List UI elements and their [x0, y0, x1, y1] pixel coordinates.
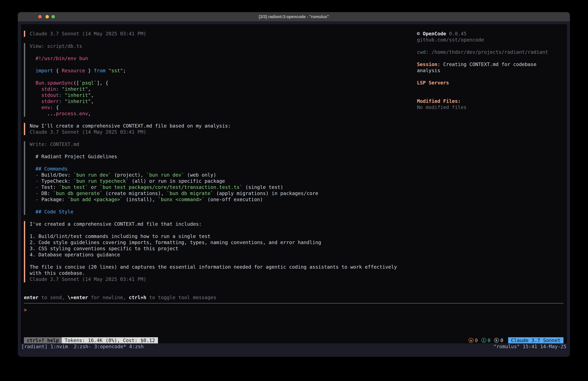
text-line: [417, 92, 567, 98]
text-line: - DB: `bun db generate` (create migratio…: [30, 190, 563, 197]
text-line: Modified Files:: [417, 98, 567, 104]
text-line: - Package: `bun add <package>` (install)…: [30, 197, 563, 202]
help-badge[interactable]: ctrl+? help: [24, 337, 62, 343]
text-line: No modified files: [417, 104, 567, 111]
prompt-icon: >: [24, 307, 27, 313]
text-line: with this codebase.: [30, 270, 563, 276]
text-line: [30, 160, 563, 166]
text-line: [417, 74, 567, 80]
info-icon: i: [481, 338, 486, 343]
text-line: The file is concise (20 lines) and captu…: [30, 264, 563, 270]
text-line: [417, 43, 567, 49]
text-line: I've created a comprehensive CONTEXT.md …: [30, 221, 563, 227]
keybinding-hint: enter to send, \+enter for newline, ctrl…: [24, 294, 216, 301]
model-badge[interactable]: Claude 3.7 Sonnet: [508, 337, 564, 343]
text-line: [417, 86, 567, 92]
tmux-windows-list[interactable]: [radiant] 1:nvim 2:zsh- 3:opencode* 4:zs…: [21, 344, 144, 349]
sidebar: © OpenCode 0.0.45github.com/sst/opencode…: [417, 31, 567, 111]
status-bar: ctrl+? help Tokens: 16.4K (8%), Cost: $0…: [24, 337, 564, 343]
text-line: Write: CONTEXT.md: [30, 141, 563, 147]
info-count: 0: [488, 337, 491, 343]
text-line: # Radiant Project Guidelines: [30, 154, 563, 160]
text-line: ## Commands: [30, 166, 563, 172]
text-line: - Test: `bun test` or `bun test packages…: [30, 184, 563, 190]
text-line: github.com/sst/opencode: [417, 37, 567, 43]
text-line: LSP Servers: [417, 80, 567, 86]
text-line: - TypeCheck: `bun run typecheck` (all) o…: [30, 178, 563, 184]
text-line: 2. Code style guidelines covering import…: [30, 239, 563, 246]
hint-icon: h: [494, 338, 499, 343]
text-line: - Build/Dev: `bun run dev` (project), `b…: [30, 172, 563, 178]
warning-icon: w: [469, 338, 473, 343]
text-line: cwd: /home/thdxr/dev/projects/radiant/ra…: [417, 49, 567, 55]
diagnostic-info: i0: [481, 337, 491, 343]
text-line: [30, 258, 563, 264]
terminal-window: [2/3] radiant:3:opencode - "romulus" Cla…: [18, 12, 570, 357]
tokens-cost-badge: Tokens: 16.4K (8%), Cost: $0.12: [62, 337, 158, 343]
warning-count: 0: [475, 337, 478, 343]
window-title: [2/3] radiant:3:opencode - "romulus": [259, 14, 329, 19]
text-line: © OpenCode 0.0.45: [417, 31, 567, 37]
text-line: Now I'll create a comprehensive CONTEXT.…: [30, 123, 563, 129]
write-tool-block: Write: CONTEXT.md # Radiant Project Guid…: [24, 141, 563, 215]
hint-count: 0: [500, 337, 503, 343]
text-line: [30, 202, 563, 209]
text-line: 4. Database operations guidance: [30, 252, 563, 258]
text-line: Claude 3.7 Sonnet (14 May 2025 03:41 PM): [30, 129, 563, 135]
text-line: 3. CSS styling conventions specific to t…: [30, 246, 563, 252]
assistant-message-block: Now I'll create a comprehensive CONTEXT.…: [24, 123, 563, 135]
minimize-window-icon[interactable]: [45, 15, 49, 18]
diagnostic-warnings: w0: [469, 337, 478, 343]
input-divider: [24, 303, 564, 304]
opencode-pane: Claude 3.7 Sonnet (14 May 2025 03:41 PM)…: [21, 24, 567, 343]
zoom-window-icon[interactable]: [51, 15, 55, 18]
text-line: [30, 147, 563, 154]
text-line: [417, 55, 567, 61]
title-bar[interactable]: [2/3] radiant:3:opencode - "romulus": [18, 12, 570, 21]
text-line: 1. Build/lint/test commands including ho…: [30, 233, 563, 239]
diagnostic-hints: h0: [494, 337, 503, 343]
tmux-host-clock: "romulus" 15:41 14-May-25: [493, 344, 566, 349]
text-line: Claude 3.7 Sonnet (14 May 2025 03:41 PM): [30, 276, 563, 282]
text-line: Session: Creating CONTEXT.md for codebas…: [417, 61, 567, 67]
chat-input[interactable]: >: [24, 307, 27, 313]
text-line: enter to send, \+enter for newline, ctrl…: [24, 294, 216, 301]
assistant-message-block: I've created a comprehensive CONTEXT.md …: [24, 221, 563, 282]
text-line: ## Code Style: [30, 209, 563, 215]
text-line: ...process.env,: [30, 111, 563, 117]
text-line: analysis: [417, 67, 567, 74]
close-window-icon[interactable]: [38, 15, 42, 18]
text-line: [30, 227, 563, 233]
tmux-status-bar: [radiant] 1:nvim 2:zsh- 3:opencode* 4:zs…: [18, 343, 570, 350]
